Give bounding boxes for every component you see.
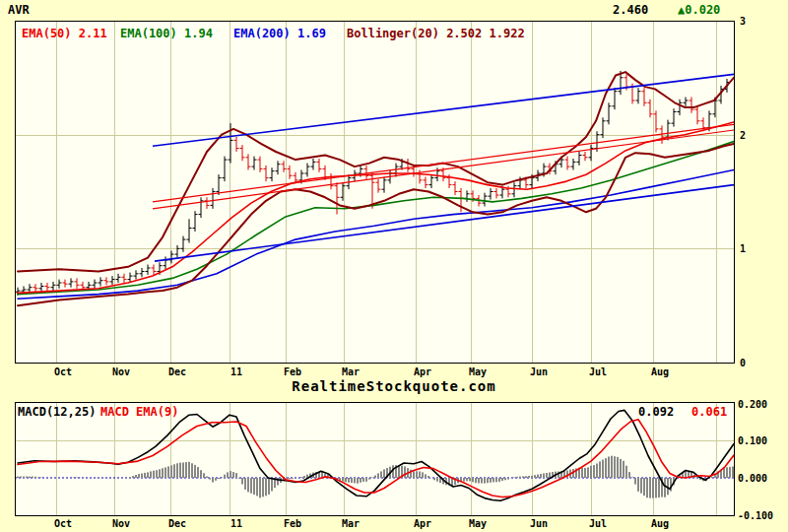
x-axis-label: Aug	[638, 518, 682, 529]
x-axis-label: May	[456, 366, 499, 377]
watermark: RealtimeStockquote.com	[292, 379, 495, 393]
x-axis-label: Mar	[329, 518, 372, 529]
macd-signal-label: MACD EMA(9)	[100, 406, 178, 418]
y-axis-label: 2	[740, 130, 746, 141]
y-axis-label: -0.100	[738, 510, 773, 521]
x-axis-label: Feb	[271, 518, 314, 529]
macd-value: 0.092	[638, 406, 674, 418]
y-axis-label: 1	[740, 243, 746, 254]
ticker-symbol: AVR	[8, 4, 30, 16]
legend-ema200: EMA(200) 1.69	[233, 28, 326, 39]
last-price: 2.460	[613, 4, 648, 16]
macd-label: MACD(12,25)	[18, 406, 96, 418]
x-axis-label: Nov	[99, 366, 143, 377]
x-axis-label: May	[456, 518, 499, 529]
stock-chart-page: AVR 2.460 ▲0.020 EMA(50) 2.11 EMA(100) 1…	[0, 0, 788, 532]
y-axis-label: 0.000	[738, 473, 767, 484]
x-axis-label: Mar	[329, 366, 372, 377]
x-axis-label: Aug	[638, 366, 682, 377]
x-axis-label: Jul	[576, 518, 620, 529]
price-change: ▲0.020	[678, 4, 720, 16]
x-axis-label: Feb	[271, 366, 314, 377]
x-axis-label: Jun	[517, 366, 560, 377]
x-axis-label: 11	[215, 366, 258, 377]
y-axis-label: 3	[740, 16, 746, 27]
x-axis-label: Apr	[401, 518, 444, 529]
y-axis-label: 0.200	[738, 399, 767, 410]
x-axis-label: Oct	[41, 366, 85, 377]
x-axis-label: 11	[215, 518, 258, 529]
x-axis-label: Dec	[156, 366, 199, 377]
x-axis-label: Oct	[41, 518, 85, 529]
x-axis-label: Nov	[99, 518, 143, 529]
x-axis-label: Dec	[156, 518, 199, 529]
x-axis-label: Jul	[576, 366, 620, 377]
legend-bollinger: Bollinger(20) 2.502 1.922	[347, 28, 525, 39]
legend-ema50: EMA(50) 2.11	[22, 28, 107, 39]
legend-ema100: EMA(100) 1.94	[120, 28, 213, 39]
y-axis-label: 0	[740, 358, 746, 368]
x-axis-label: Jun	[517, 518, 560, 529]
y-axis-label: 0.100	[738, 435, 767, 446]
macd-signal-value: 0.061	[691, 406, 727, 418]
x-axis-label: Apr	[401, 366, 444, 377]
chart-canvas	[0, 0, 788, 532]
